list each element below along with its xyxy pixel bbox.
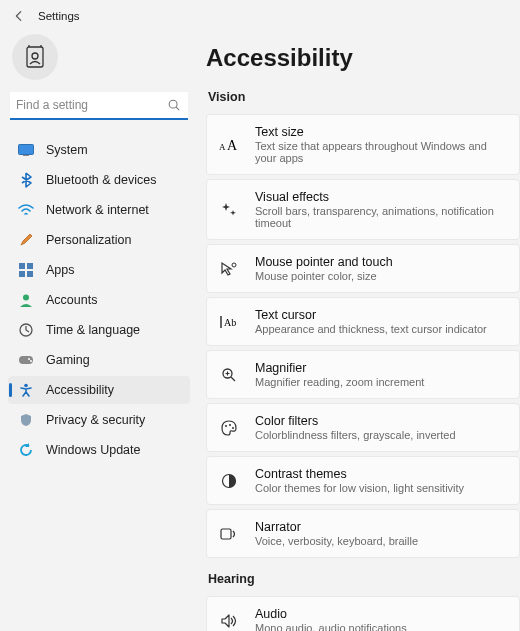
setting-text-size[interactable]: AA Text size Text size that appears thro…	[206, 114, 520, 175]
svg-point-2	[169, 100, 177, 108]
sidebar-item-label: Apps	[46, 263, 75, 277]
svg-point-1	[32, 53, 38, 59]
setting-title: Mouse pointer and touch	[255, 255, 393, 269]
clock-icon	[18, 322, 34, 338]
person-icon	[18, 292, 34, 308]
window-title: Settings	[38, 10, 80, 22]
setting-desc: Voice, verbosity, keyboard, braille	[255, 535, 418, 547]
sidebar-item-update[interactable]: Windows Update	[8, 436, 190, 464]
speaker-icon	[219, 611, 239, 631]
setting-desc: Mono audio, audio notifications	[255, 622, 407, 631]
section-label-hearing: Hearing	[208, 572, 520, 586]
setting-contrast-themes[interactable]: Contrast themes Color themes for low vis…	[206, 456, 520, 505]
bluetooth-icon	[18, 172, 34, 188]
svg-text:A: A	[227, 138, 238, 153]
sidebar-item-bluetooth[interactable]: Bluetooth & devices	[8, 166, 190, 194]
svg-rect-6	[19, 263, 25, 269]
sidebar-item-label: Privacy & security	[46, 413, 145, 427]
search-icon	[167, 98, 181, 112]
sidebar-item-system[interactable]: System	[8, 136, 190, 164]
sidebar-item-privacy[interactable]: Privacy & security	[8, 406, 190, 434]
svg-rect-8	[19, 271, 25, 277]
setting-title: Contrast themes	[255, 467, 464, 481]
sidebar-item-label: Accessibility	[46, 383, 114, 397]
section-label-vision: Vision	[208, 90, 520, 104]
contrast-icon	[219, 471, 239, 491]
page-title: Accessibility	[206, 44, 520, 72]
svg-rect-5	[23, 155, 29, 156]
gaming-icon	[18, 352, 34, 368]
avatar[interactable]	[12, 34, 58, 80]
setting-title: Text size	[255, 125, 507, 139]
svg-line-22	[231, 377, 235, 381]
setting-magnifier[interactable]: Magnifier Magnifier reading, zoom increm…	[206, 350, 520, 399]
setting-title: Visual effects	[255, 190, 507, 204]
setting-title: Audio	[255, 607, 407, 621]
svg-point-10	[23, 295, 29, 301]
update-icon	[18, 442, 34, 458]
setting-mouse-pointer[interactable]: Mouse pointer and touch Mouse pointer co…	[206, 244, 520, 293]
svg-rect-7	[27, 263, 33, 269]
svg-point-18	[232, 263, 236, 267]
svg-point-15	[24, 384, 28, 388]
sidebar-item-label: Accounts	[46, 293, 97, 307]
narrator-icon	[219, 524, 239, 544]
text-size-icon: AA	[219, 135, 239, 155]
svg-rect-4	[19, 145, 34, 155]
svg-point-13	[28, 358, 30, 360]
sidebar-item-label: Network & internet	[46, 203, 149, 217]
apps-icon	[18, 262, 34, 278]
sidebar-item-apps[interactable]: Apps	[8, 256, 190, 284]
content-pane: Accessibility Vision AA Text size Text s…	[198, 32, 520, 631]
svg-point-14	[30, 360, 32, 362]
setting-desc: Scroll bars, transparency, animations, n…	[255, 205, 507, 229]
sidebar-item-label: Time & language	[46, 323, 140, 337]
sidebar-item-gaming[interactable]: Gaming	[8, 346, 190, 374]
sidebar-item-label: System	[46, 143, 88, 157]
setting-title: Text cursor	[255, 308, 487, 322]
sidebar-item-accounts[interactable]: Accounts	[8, 286, 190, 314]
setting-title: Magnifier	[255, 361, 424, 375]
sidebar-item-label: Gaming	[46, 353, 90, 367]
sparkle-icon	[219, 200, 239, 220]
svg-line-3	[176, 107, 179, 110]
sidebar-item-label: Personalization	[46, 233, 131, 247]
setting-desc: Text size that appears throughout Window…	[255, 140, 507, 164]
text-cursor-icon: Ab	[219, 312, 239, 332]
accessibility-icon	[18, 382, 34, 398]
svg-point-26	[229, 424, 231, 426]
shield-icon	[18, 412, 34, 428]
setting-title: Color filters	[255, 414, 456, 428]
setting-desc: Mouse pointer color, size	[255, 270, 393, 282]
sidebar-item-accessibility[interactable]: Accessibility	[8, 376, 190, 404]
magnifier-icon	[219, 365, 239, 385]
svg-point-25	[225, 425, 227, 427]
svg-text:Ab: Ab	[224, 317, 236, 328]
setting-color-filters[interactable]: Color filters Colorblindness filters, gr…	[206, 403, 520, 452]
sidebar-item-personalization[interactable]: Personalization	[8, 226, 190, 254]
sidebar-item-time[interactable]: Time & language	[8, 316, 190, 344]
setting-title: Narrator	[255, 520, 418, 534]
svg-rect-12	[19, 356, 33, 364]
setting-visual-effects[interactable]: Visual effects Scroll bars, transparency…	[206, 179, 520, 240]
sidebar-item-label: Bluetooth & devices	[46, 173, 157, 187]
system-icon	[18, 142, 34, 158]
sidebar-item-network[interactable]: Network & internet	[8, 196, 190, 224]
search-input[interactable]	[10, 92, 188, 118]
palette-icon	[219, 418, 239, 438]
back-button[interactable]	[10, 7, 28, 25]
sidebar: System Bluetooth & devices Network & int…	[0, 32, 198, 631]
setting-desc: Color themes for low vision, light sensi…	[255, 482, 464, 494]
setting-text-cursor[interactable]: Ab Text cursor Appearance and thickness,…	[206, 297, 520, 346]
svg-point-27	[232, 427, 234, 429]
setting-audio[interactable]: Audio Mono audio, audio notifications	[206, 596, 520, 631]
cursor-icon	[219, 259, 239, 279]
titlebar: Settings	[0, 0, 520, 32]
sidebar-item-label: Windows Update	[46, 443, 141, 457]
svg-rect-9	[27, 271, 33, 277]
svg-rect-29	[221, 529, 231, 539]
setting-narrator[interactable]: Narrator Voice, verbosity, keyboard, bra…	[206, 509, 520, 558]
setting-desc: Magnifier reading, zoom increment	[255, 376, 424, 388]
search-box[interactable]	[10, 92, 188, 120]
svg-text:A: A	[219, 142, 226, 152]
